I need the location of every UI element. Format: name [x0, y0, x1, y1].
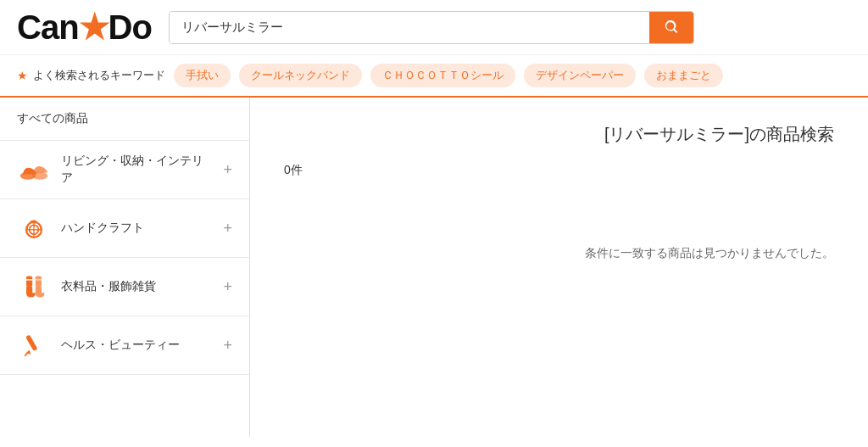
handcraft-icon — [17, 211, 51, 245]
keyword-tag-0[interactable]: 手拭い — [174, 64, 231, 87]
main: すべての商品 リビング・収納・インテリア + — [0, 98, 868, 437]
sidebar: すべての商品 リビング・収納・インテリア + — [0, 98, 250, 437]
header: Can★Do リバーサルミラー — [0, 0, 868, 55]
sidebar-item-health[interactable]: ヘルス・ビューティー + — [0, 316, 249, 375]
health-icon — [17, 328, 51, 362]
content-area: [リバーサルミラー]の商品検索 0件 条件に一致する商品は見つかりませんでした。 — [250, 98, 868, 437]
result-count: 0件 — [284, 163, 834, 178]
svg-rect-10 — [25, 334, 38, 351]
sidebar-plus-clothing: + — [223, 278, 232, 296]
clothing-icon — [17, 270, 51, 304]
search-icon — [663, 19, 680, 36]
search-title: [リバーサルミラー]の商品検索 — [284, 123, 834, 146]
living-icon — [17, 153, 51, 187]
svg-rect-6 — [26, 276, 32, 287]
keywords-bar: ★ よく検索されるキーワード 手拭い クールネックバンド ＣＨＯＣＯＴＴＯシール… — [0, 55, 868, 98]
sidebar-item-living[interactable]: リビング・収納・インテリア + — [0, 141, 249, 199]
sidebar-item-clothing[interactable]: 衣料品・服飾雑貨 + — [0, 258, 249, 316]
keyword-tag-2[interactable]: ＣＨＯＣＯＴＴＯシール — [370, 64, 515, 87]
svg-rect-7 — [36, 276, 42, 287]
sidebar-item-handcraft[interactable]: ハンドクラフト + — [0, 199, 249, 258]
search-input[interactable]: リバーサルミラー — [170, 12, 649, 43]
star-icon: ★ — [17, 69, 28, 82]
sidebar-all-products[interactable]: すべての商品 — [0, 98, 249, 141]
keyword-tag-4[interactable]: おままごと — [644, 64, 723, 87]
keyword-tag-1[interactable]: クールネックバンド — [239, 64, 362, 87]
sidebar-plus-handcraft: + — [223, 220, 232, 237]
no-results-message: 条件に一致する商品は見つかりませんでした。 — [284, 246, 834, 261]
keyword-tag-3[interactable]: デザインペーパー — [524, 64, 636, 87]
search-button[interactable] — [649, 12, 693, 43]
logo: Can★Do — [17, 10, 152, 44]
sidebar-plus-living: + — [223, 161, 232, 179]
sidebar-plus-health: + — [223, 337, 232, 355]
svg-point-1 — [32, 172, 47, 180]
search-area: リバーサルミラー — [169, 11, 694, 44]
keywords-label: ★ よく検索されるキーワード — [17, 68, 165, 83]
logo-star: ★ — [79, 8, 108, 46]
